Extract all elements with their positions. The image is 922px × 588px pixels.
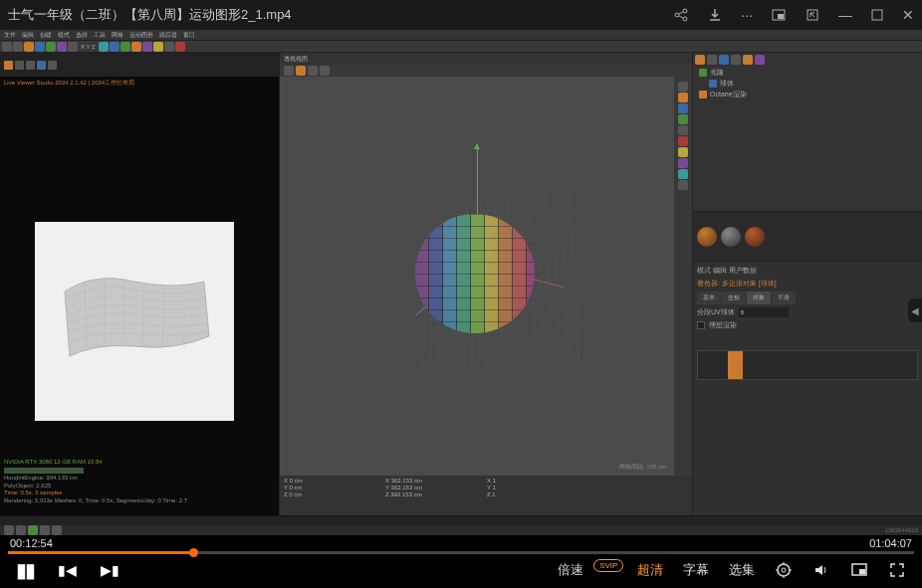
coord-x[interactable]: X 0 cm — [284, 478, 373, 484]
coord-y[interactable]: Y 0 cm — [284, 485, 373, 490]
tool-render-icon[interactable] — [175, 42, 185, 52]
pip-icon[interactable] — [771, 7, 787, 23]
quality-wrapper[interactable]: SVIP 超清 — [603, 561, 663, 579]
sphere-object[interactable] — [415, 214, 535, 333]
coord-z[interactable]: Z 0 cm — [284, 491, 373, 497]
subtitle-button[interactable]: 字幕 — [683, 561, 709, 579]
timeline-track[interactable] — [697, 350, 918, 380]
menu-item[interactable]: 模式 — [58, 31, 70, 40]
render-tab-icon[interactable] — [48, 61, 57, 70]
more-icon[interactable]: ··· — [741, 7, 753, 23]
attr-tab[interactable]: 对象 — [747, 292, 771, 304]
vp-tool-icon[interactable] — [284, 66, 294, 76]
material-preview[interactable] — [697, 227, 717, 247]
attr-tab[interactable]: 基本 — [697, 292, 721, 304]
tool-undo-icon[interactable] — [2, 42, 12, 52]
menu-item[interactable]: 跟踪器 — [159, 31, 177, 40]
volume-icon[interactable] — [812, 561, 830, 579]
render-view[interactable] — [35, 222, 234, 421]
obj-mgr-icon[interactable] — [695, 55, 705, 65]
progress-bar[interactable] — [8, 551, 914, 554]
viewport-3d[interactable]: 网格间距: 100 cm — [280, 77, 674, 476]
vp-side-icon[interactable] — [678, 125, 688, 135]
coord-xr[interactable]: X 362.153 cm — [385, 478, 475, 484]
tool-light-icon[interactable] — [153, 42, 163, 52]
vp-side-icon[interactable] — [678, 114, 688, 124]
minimize-icon[interactable]: — — [838, 7, 852, 23]
tool-scale-icon[interactable] — [46, 42, 56, 52]
coord-xs[interactable]: X 1 — [487, 478, 576, 484]
menu-item[interactable]: 网格 — [112, 31, 123, 40]
render-tab-icon[interactable] — [37, 61, 46, 70]
c4d-timeline[interactable] — [0, 515, 922, 525]
render-tab-icon[interactable] — [15, 61, 24, 70]
playlist-button[interactable]: 选集 — [729, 561, 755, 579]
vp-tool-icon[interactable] — [308, 66, 318, 76]
obj-mgr-icon[interactable] — [743, 55, 753, 65]
next-button[interactable]: ▶▮ — [101, 562, 119, 578]
coord-ys[interactable]: Y 1 — [487, 485, 576, 490]
pip-icon[interactable] — [850, 561, 868, 579]
play-icon[interactable] — [28, 525, 38, 535]
render-tab-icon[interactable] — [4, 61, 13, 70]
coord-zs[interactable]: Z 1 — [487, 491, 576, 497]
progress-handle[interactable] — [189, 548, 198, 557]
maximize-icon[interactable] — [870, 8, 884, 22]
settings-icon[interactable] — [775, 561, 793, 579]
tool-generator-icon[interactable] — [131, 42, 141, 52]
vp-side-icon[interactable] — [678, 103, 688, 113]
tool-cube-icon[interactable] — [99, 42, 109, 52]
tool-redo-icon[interactable] — [13, 42, 23, 52]
tool-live-select-icon[interactable] — [24, 42, 34, 52]
minimode-icon[interactable] — [805, 7, 820, 23]
obj-mgr-icon[interactable] — [755, 55, 765, 65]
coord-zr[interactable]: Z 362.153 cm — [385, 491, 475, 497]
goto-end-icon[interactable] — [52, 525, 62, 535]
fullscreen-icon[interactable] — [888, 561, 906, 579]
tool-deformer-icon[interactable] — [142, 42, 152, 52]
tool-nurbs-icon[interactable] — [120, 42, 130, 52]
goto-start-icon[interactable] — [4, 525, 14, 535]
object-row[interactable]: 球体 — [695, 78, 920, 89]
pause-button[interactable]: ▮▮ — [16, 558, 34, 582]
download-icon[interactable] — [707, 7, 723, 23]
menu-item[interactable]: 窗口 — [183, 31, 195, 40]
material-preview[interactable] — [745, 227, 765, 247]
attr-tab[interactable]: 平滑 — [772, 292, 796, 304]
coord-yr[interactable]: Y 362.153 cm — [385, 485, 475, 490]
share-icon[interactable] — [673, 7, 689, 23]
checkbox[interactable] — [697, 321, 705, 329]
vp-side-icon[interactable] — [678, 169, 688, 179]
material-preview[interactable] — [721, 227, 741, 247]
keyframe-marker[interactable] — [728, 351, 743, 379]
menu-item[interactable]: 创建 — [40, 31, 52, 40]
vp-tool-icon[interactable] — [320, 66, 330, 76]
menu-item[interactable]: 文件 — [4, 31, 16, 40]
menu-item[interactable]: 运动图形 — [129, 31, 153, 40]
tool-spline-icon[interactable] — [110, 42, 119, 52]
obj-mgr-icon[interactable] — [719, 55, 729, 65]
attr-tab[interactable]: 坐标 — [722, 292, 746, 304]
obj-mgr-icon[interactable] — [707, 55, 717, 65]
menu-item[interactable]: 编辑 — [22, 31, 34, 40]
tool-move-icon[interactable] — [35, 42, 45, 52]
vp-side-icon[interactable] — [678, 82, 688, 92]
tool-rotate-icon[interactable] — [57, 42, 67, 52]
render-tab-icon[interactable] — [26, 61, 35, 70]
prev-button[interactable]: ▮◀ — [58, 562, 77, 578]
vp-side-icon[interactable] — [678, 147, 688, 157]
menu-item[interactable]: 工具 — [94, 31, 106, 40]
vp-side-icon[interactable] — [678, 180, 688, 190]
vp-side-icon[interactable] — [678, 136, 688, 146]
vp-side-icon[interactable] — [678, 93, 688, 102]
side-drawer-handle[interactable]: ◀ — [908, 298, 922, 322]
menu-item[interactable]: 选择 — [76, 31, 88, 40]
vp-side-icon[interactable] — [678, 158, 688, 168]
object-row[interactable]: Octane渲染 — [695, 89, 920, 99]
speed-button[interactable]: 倍速 — [558, 561, 583, 579]
tool-camera-icon[interactable] — [164, 42, 174, 52]
tool-axis-icon[interactable] — [68, 42, 78, 52]
next-frame-icon[interactable] — [40, 525, 50, 535]
close-icon[interactable]: ✕ — [902, 7, 914, 23]
obj-mgr-icon[interactable] — [731, 55, 741, 65]
